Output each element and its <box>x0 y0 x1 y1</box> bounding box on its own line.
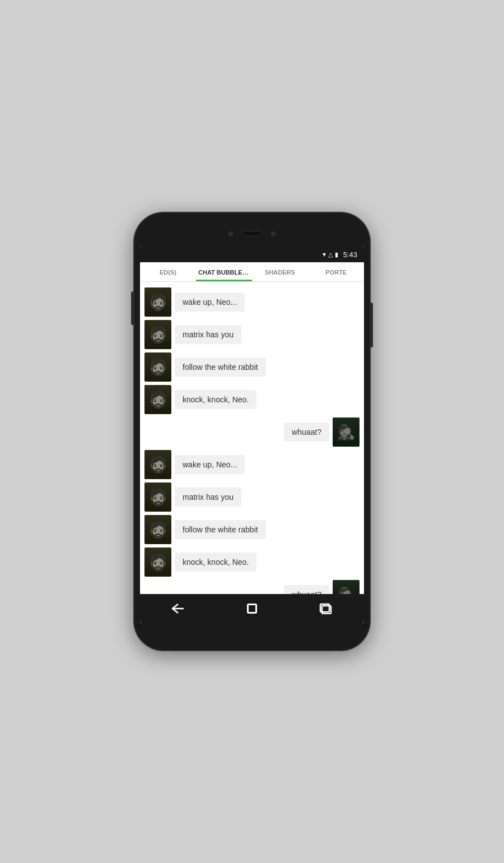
message-bubble: follow the white rabbit <box>175 358 266 377</box>
avatar-morpheus <box>144 320 171 349</box>
avatar-morpheus <box>144 450 171 479</box>
front-camera <box>228 231 233 236</box>
message-row: matrix has you <box>144 482 360 512</box>
avatar-morpheus <box>144 352 171 382</box>
signal-icon: △ <box>328 251 333 258</box>
status-time: 5:43 <box>343 250 357 259</box>
message-bubble: knock, knock, Neo. <box>175 390 256 409</box>
message-row: follow the white rabbit <box>144 352 360 382</box>
tab-shaders[interactable]: SHADERS <box>252 262 308 281</box>
message-bubble-sent: whuaat? <box>284 585 329 594</box>
message-bubble: matrix has you <box>175 325 241 344</box>
message-bubble: matrix has you <box>175 488 241 507</box>
phone-screen: ▾ △ ▮ 5:43 ED(S) CHAT BUBBLE(S) SHADERS … <box>140 247 364 623</box>
phone-device: ▾ △ ▮ 5:43 ED(S) CHAT BUBBLE(S) SHADERS … <box>134 213 370 650</box>
wifi-icon: ▾ <box>323 250 326 258</box>
message-row-sent: whuaat? <box>144 580 360 594</box>
avatar-neo <box>333 580 360 594</box>
avatar-neo <box>333 417 360 447</box>
message-bubble-sent: whuaat? <box>284 423 329 442</box>
home-button[interactable] <box>247 604 257 614</box>
bottom-navigation <box>140 594 364 623</box>
message-bubble: follow the white rabbit <box>175 520 266 539</box>
message-row: wake up, Neo... <box>144 287 360 317</box>
status-icons: ▾ △ ▮ <box>323 250 338 258</box>
sensor-dot <box>271 231 276 236</box>
tab-themed[interactable]: ED(S) <box>140 262 196 281</box>
phone-top-bezel <box>140 221 364 247</box>
status-bar: ▾ △ ▮ 5:43 <box>140 247 364 262</box>
avatar-morpheus <box>144 482 171 512</box>
recents-button[interactable] <box>319 603 333 614</box>
tab-chat-bubble[interactable]: CHAT BUBBLE(S) <box>196 262 252 281</box>
battery-icon: ▮ <box>335 251 338 258</box>
earpiece-speaker <box>242 231 262 236</box>
message-row-sent: whuaat? <box>144 417 360 447</box>
avatar-morpheus <box>144 287 171 317</box>
avatar-morpheus <box>144 548 171 577</box>
message-bubble: wake up, Neo... <box>175 293 245 312</box>
message-row: follow the white rabbit <box>144 515 360 544</box>
avatar-morpheus <box>144 515 171 544</box>
message-row: wake up, Neo... <box>144 450 360 479</box>
message-bubble: knock, knock, Neo. <box>175 553 256 572</box>
phone-bottom-bezel <box>140 623 364 643</box>
tab-ported[interactable]: PORTE <box>308 262 364 281</box>
message-bubble: wake up, Neo... <box>175 455 245 474</box>
chat-area: wake up, Neo... matrix has you follow th… <box>140 282 364 594</box>
tabs-bar: ED(S) CHAT BUBBLE(S) SHADERS PORTE <box>140 262 364 282</box>
message-row: matrix has you <box>144 320 360 349</box>
back-button[interactable] <box>171 603 185 614</box>
avatar-morpheus <box>144 385 171 414</box>
message-row: knock, knock, Neo. <box>144 548 360 577</box>
message-row: knock, knock, Neo. <box>144 385 360 414</box>
